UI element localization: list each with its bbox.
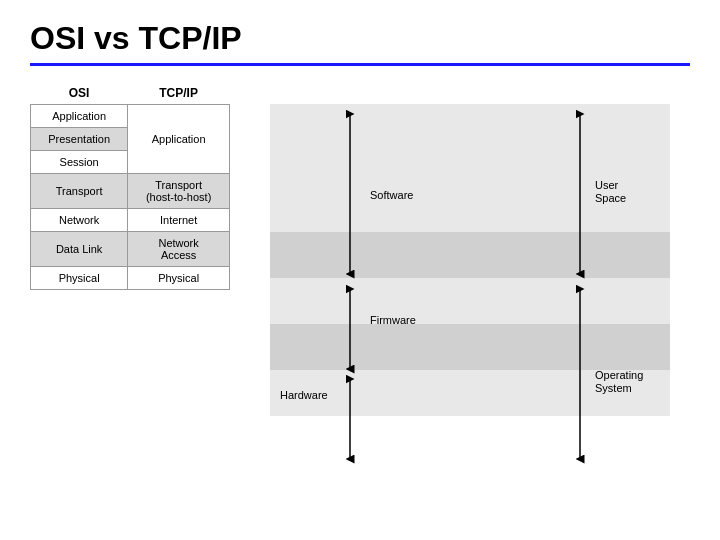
tcp-cell: Transport(host-to-host) [128, 174, 230, 209]
osi-header: OSI [31, 82, 128, 105]
svg-rect-3 [270, 104, 670, 232]
diagram-svg: Software User Space Firmware Hardware Op… [250, 104, 690, 464]
svg-text:Software: Software [370, 189, 413, 201]
tcp-cell: Application [128, 105, 230, 174]
osi-cell: Presentation [31, 128, 128, 151]
svg-text:Space: Space [595, 192, 626, 204]
tcp-cell: Physical [128, 267, 230, 290]
osi-cell: Transport [31, 174, 128, 209]
svg-text:Operating: Operating [595, 369, 643, 381]
model-table: OSI TCP/IP ApplicationApplicationPresent… [30, 82, 230, 290]
content-area: OSI TCP/IP ApplicationApplicationPresent… [30, 82, 690, 464]
osi-cell: Application [31, 105, 128, 128]
svg-text:Hardware: Hardware [280, 389, 328, 401]
tcp-cell: NetworkAccess [128, 232, 230, 267]
title-underline [30, 63, 690, 66]
svg-rect-4 [270, 232, 670, 278]
svg-text:System: System [595, 382, 632, 394]
tcpip-header: TCP/IP [128, 82, 230, 105]
svg-text:User: User [595, 179, 619, 191]
osi-cell: Data Link [31, 232, 128, 267]
diagram-area: Software User Space Firmware Hardware Op… [250, 104, 690, 464]
svg-text:Firmware: Firmware [370, 314, 416, 326]
slide: OSI vs TCP/IP OSI TCP/IP ApplicationAppl… [0, 0, 720, 540]
svg-rect-6 [270, 324, 670, 370]
tcp-cell: Internet [128, 209, 230, 232]
osi-cell: Network [31, 209, 128, 232]
page-title: OSI vs TCP/IP [30, 20, 690, 57]
osi-cell: Physical [31, 267, 128, 290]
svg-rect-5 [270, 278, 670, 324]
osi-cell: Session [31, 151, 128, 174]
